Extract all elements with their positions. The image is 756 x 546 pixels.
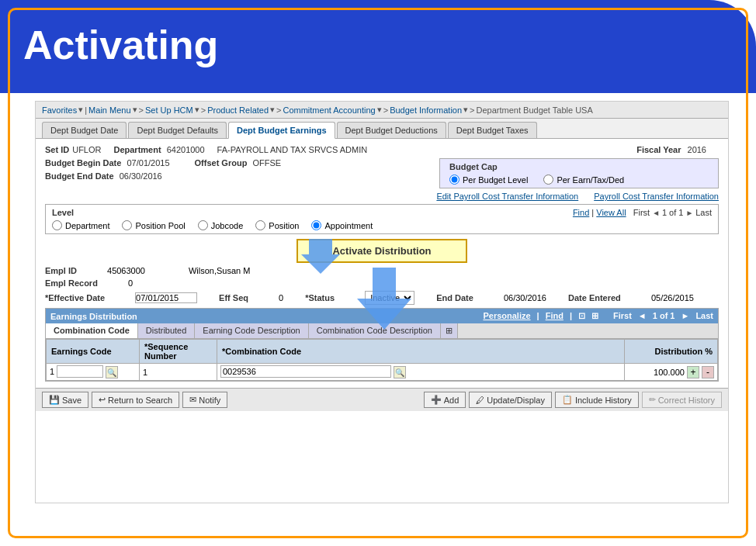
nav-commitment-accounting[interactable]: Commitment Accounting: [283, 105, 375, 115]
eff-seq-value: 0: [279, 293, 283, 302]
budget-end-date-label: Budget End Date: [45, 171, 114, 181]
department-value: 64201000: [167, 145, 205, 154]
effective-date-input[interactable]: [135, 292, 197, 303]
slide-container: Activating Favorites▾ | Main Menu▾ > Set…: [0, 0, 756, 546]
sub-tab-distributed[interactable]: Distributed: [138, 323, 196, 338]
add-button[interactable]: ➕ Add: [424, 392, 466, 408]
distribution-table: Earnings Code *Sequence Number *Combinat…: [46, 339, 718, 381]
include-history-button[interactable]: 📋 Include History: [555, 392, 639, 408]
radio-jobcode[interactable]: Jobcode: [198, 220, 244, 230]
correct-history-button[interactable]: ✏ Correct History: [642, 392, 722, 408]
empl-id-label: Empl ID: [45, 266, 77, 275]
empl-record-label: Empl Record: [45, 278, 98, 288]
nav-budget-information[interactable]: Budget Information: [390, 105, 462, 115]
budget-begin-date-label: Budget Begin Date: [45, 158, 121, 168]
radio-position[interactable]: Position: [255, 220, 299, 230]
set-id-label: Set ID: [45, 145, 69, 154]
dept-name-value: FA-PAYROLL AND TAX SRVCS ADMIN: [217, 145, 368, 154]
payroll-cost-info-link[interactable]: Payroll Cost Transfer Information: [594, 192, 719, 201]
remove-row-icon[interactable]: -: [702, 366, 714, 378]
return-to-search-button[interactable]: ↩ Return to Search: [92, 392, 179, 408]
dist-table-icon: ⊞: [591, 311, 598, 321]
level-title: Level: [52, 208, 74, 217]
slide-title: Activating: [0, 0, 756, 90]
tab-dept-budget-date[interactable]: Dept Budget Date: [42, 122, 127, 138]
save-icon: 💾: [49, 395, 60, 405]
links-row: Edit Payroll Cost Transfer Information P…: [45, 192, 719, 201]
sub-tab-combination-code[interactable]: Combination Code: [46, 323, 138, 338]
date-entered-value: 05/26/2015: [651, 293, 694, 302]
toolbar-left-buttons: 💾 Save ↩ Return to Search ✉ Notify: [42, 392, 227, 408]
earnings-code-lookup-icon[interactable]: 🔍: [106, 366, 118, 378]
dist-view-icon: ⊡: [578, 311, 585, 321]
combination-code-input[interactable]: [220, 365, 391, 378]
combination-code-lookup-icon[interactable]: 🔍: [394, 366, 406, 378]
main-content: Set ID UFLOR Department 64201000 FA-PAYR…: [36, 139, 728, 388]
budget-end-date-value: 06/30/2016: [120, 171, 162, 181]
update-icon: 🖊: [476, 396, 484, 405]
radio-per-earn-tax-ded[interactable]: Per Earn/Tax/Ded: [543, 175, 624, 185]
left-arrow-icon: [301, 235, 340, 278]
level-find-link[interactable]: Find: [573, 208, 589, 217]
distribution-title: Earnings Distribution: [50, 312, 137, 321]
nav-setup-hcm[interactable]: Set Up HCM: [145, 105, 193, 115]
dist-find-link[interactable]: Find: [546, 311, 564, 321]
dist-first: First: [613, 311, 632, 321]
notify-button[interactable]: ✉ Notify: [182, 392, 227, 408]
sub-tab-grid-icon[interactable]: ⊞: [441, 323, 458, 338]
svg-marker-0: [301, 239, 340, 274]
nav-dept-budget-table: Department Budget Table USA: [477, 105, 593, 115]
radio-appointment[interactable]: Appointment: [311, 220, 373, 230]
sub-tab-bar: Combination Code Distributed Earning Cod…: [46, 323, 718, 339]
radio-per-budget-level[interactable]: Per Budget Level: [449, 175, 528, 185]
edit-payroll-cost-link[interactable]: Edit Payroll Cost Transfer Information: [436, 192, 578, 201]
level-first: First: [633, 208, 650, 217]
empl-record-value: 0: [128, 278, 133, 288]
employee-info-row: Empl ID 45063000 Wilson,Susan M: [45, 266, 719, 275]
radio-position-pool[interactable]: Position Pool: [122, 220, 185, 230]
offset-group-label: Offset Group: [195, 158, 248, 168]
nav-product-related[interactable]: Product Related: [207, 105, 269, 115]
table-row: 1 🔍 1 🔍 10: [47, 364, 718, 381]
earnings-code-input[interactable]: [57, 365, 103, 378]
sub-tab-earning-code-desc[interactable]: Earning Code Description: [195, 323, 308, 338]
update-display-button[interactable]: 🖊 Update/Display: [469, 392, 552, 408]
tab-dept-budget-earnings[interactable]: Dept Budget Earnings: [228, 122, 335, 139]
status-select[interactable]: Inactive: [365, 291, 414, 305]
return-icon: ↩: [99, 395, 106, 405]
radio-department[interactable]: Department: [52, 220, 109, 230]
tab-dept-budget-defaults[interactable]: Dept Budget Defaults: [128, 122, 227, 138]
distribution-nav: Personalize | Find | ⊡ ⊞ First ◄ 1 of 1 …: [483, 311, 713, 321]
level-nav: Find | View All First ◄ 1 of 1 ► Last: [573, 208, 712, 217]
add-icon: ➕: [431, 395, 442, 405]
tab-dept-budget-deductions[interactable]: Dept Budget Deductions: [337, 122, 446, 138]
earnings-distribution-section: Earnings Distribution Personalize | Find…: [45, 308, 719, 382]
col-sequence-number: *Sequence Number: [140, 340, 217, 364]
notify-icon: ✉: [189, 395, 196, 405]
history-icon: 📋: [562, 395, 573, 405]
level-view-all-link[interactable]: View All: [596, 208, 626, 217]
end-date-value: 06/30/2016: [504, 293, 546, 302]
status-label: *Status: [305, 293, 335, 302]
budget-cap-title: Budget Cap: [449, 162, 709, 171]
correct-icon: ✏: [649, 395, 656, 405]
add-row-icon[interactable]: +: [687, 366, 699, 378]
tab-dept-budget-taxes[interactable]: Dept Budget Taxes: [448, 122, 537, 138]
level-last: Last: [695, 208, 712, 217]
eff-seq-label: Eff Seq: [219, 293, 248, 302]
sub-tab-combination-code-desc[interactable]: Combination Code Description: [309, 323, 441, 338]
col-combination-code: *Combination Code: [217, 340, 625, 364]
empl-id-value: 45063000: [107, 266, 145, 275]
dist-last: Last: [695, 311, 713, 321]
bottom-toolbar: 💾 Save ↩ Return to Search ✉ Notify ➕ Add: [36, 388, 728, 411]
distribution-header: Earnings Distribution Personalize | Find…: [46, 309, 718, 323]
effective-date-row: *Effective Date Eff Seq 0 *Status Inacti…: [45, 291, 719, 305]
save-button[interactable]: 💾 Save: [42, 392, 88, 408]
personalize-link[interactable]: Personalize: [483, 311, 530, 321]
budget-cap-radio-group: Per Budget Level Per Earn/Tax/Ded: [449, 175, 709, 185]
navigation-bar: Favorites▾ | Main Menu▾ > Set Up HCM▾ > …: [36, 102, 728, 119]
end-date-label: End Date: [436, 293, 473, 302]
nav-main-menu[interactable]: Main Menu: [88, 105, 130, 115]
nav-favorites[interactable]: Favorites: [42, 105, 77, 115]
dist-nav-info: 1 of 1: [653, 311, 675, 321]
